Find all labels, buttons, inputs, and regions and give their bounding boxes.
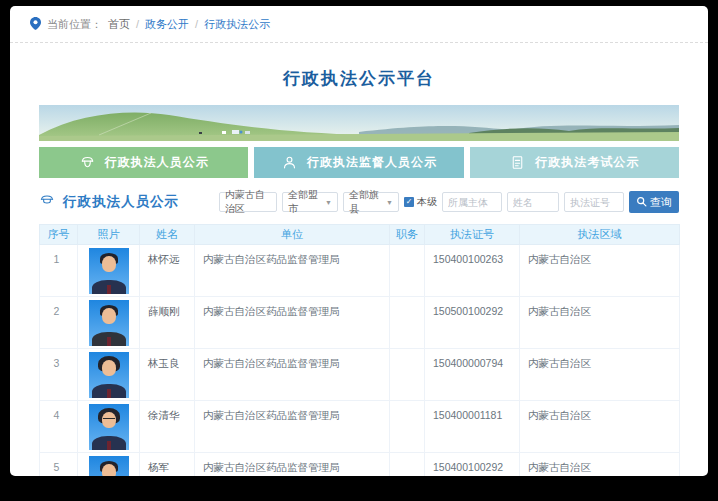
person-name: 林怀远 — [140, 245, 195, 297]
photo-face — [102, 256, 116, 272]
table-row[interactable]: 3 林玉良 内蒙古自治区药品监督管理局 150400000794 内蒙古自治区 — [40, 349, 680, 401]
cert-no-input[interactable] — [564, 192, 624, 212]
tab-label: 行政执法人员公示 — [105, 154, 209, 171]
tab-enforcement-personnel[interactable]: 行政执法人员公示 — [39, 147, 248, 178]
row-number: 2 — [40, 297, 78, 349]
checkbox-checked-icon[interactable]: ✓ — [404, 197, 414, 207]
current-level-checkbox[interactable]: ✓ 本级 — [404, 195, 437, 209]
person-unit: 内蒙古自治区药品监督管理局 — [195, 297, 390, 349]
photo-cell — [78, 401, 140, 453]
column-header: 序号 — [40, 225, 78, 245]
person-cert-no: 150500100292 — [425, 297, 520, 349]
exam-paper-icon — [509, 154, 526, 171]
search-icon — [636, 196, 647, 209]
chevron-down-icon: ▼ — [325, 199, 332, 206]
person-unit: 内蒙古自治区药品监督管理局 — [195, 453, 390, 477]
table-row[interactable]: 1 林怀远 内蒙古自治区药品监督管理局 150400100263 内蒙古自治区 — [40, 245, 680, 297]
tab-label: 行政执法考试公示 — [535, 154, 639, 171]
banner-image — [39, 105, 679, 141]
section-title: 行政执法人员公示 — [63, 193, 179, 211]
breadcrumb-current[interactable]: 行政执法公示 — [204, 17, 270, 32]
person-name: 薛顺刚 — [140, 297, 195, 349]
table-body: 1 林怀远 内蒙古自治区药品监督管理局 150400100263 内蒙古自治区 … — [40, 245, 680, 477]
search-button[interactable]: 查询 — [629, 191, 679, 213]
breadcrumb-label: 当前位置： — [47, 17, 102, 32]
breadcrumb-gov-affairs[interactable]: 政务公开 — [145, 17, 189, 32]
officer-icon — [79, 154, 96, 171]
person-cert-no: 150400001181 — [425, 401, 520, 453]
person-area: 内蒙古自治区 — [520, 297, 680, 349]
current-level-label: 本级 — [417, 195, 437, 209]
table-row[interactable]: 5 杨军 内蒙古自治区药品监督管理局 150400100292 内蒙古自治区 — [40, 453, 680, 477]
column-header: 单位 — [195, 225, 390, 245]
person-photo — [89, 300, 129, 346]
page-card: 当前位置： 首页 / 政务公开 / 行政执法公示 行政执法公示平台 — [10, 6, 708, 476]
county-select-value: 全部旗县 — [349, 188, 386, 216]
person-area: 内蒙古自治区 — [520, 401, 680, 453]
page-title: 行政执法公示平台 — [10, 67, 708, 90]
city-select-value: 全部盟市 — [288, 188, 325, 216]
photo-cell — [78, 245, 140, 297]
personnel-table: 序号照片姓名单位职务执法证号执法区域 1 林怀远 内蒙古自治区药品监督管理局 1… — [39, 224, 679, 476]
table-row[interactable]: 4 徐清华 内蒙古自治区药品监督管理局 150400001181 内蒙古自治区 — [40, 401, 680, 453]
column-header: 职务 — [390, 225, 425, 245]
location-pin-icon — [30, 17, 41, 32]
filter-bar: 内蒙古自治区 全部盟市 ▼ 全部旗县 ▼ ✓ 本级 — [219, 191, 679, 213]
breadcrumb: 当前位置： 首页 / 政务公开 / 行政执法公示 — [10, 6, 708, 42]
photo-face — [102, 308, 116, 324]
person-area: 内蒙古自治区 — [520, 349, 680, 401]
table-row[interactable]: 2 薛顺刚 内蒙古自治区药品监督管理局 150500100292 内蒙古自治区 — [40, 297, 680, 349]
breadcrumb-separator: / — [195, 18, 198, 30]
photo-face — [102, 360, 116, 376]
person-photo — [89, 456, 129, 476]
name-input[interactable] — [507, 192, 559, 212]
photo-cell — [78, 297, 140, 349]
photo-tie — [107, 285, 111, 294]
row-number: 3 — [40, 349, 78, 401]
row-number: 4 — [40, 401, 78, 453]
breadcrumb-home[interactable]: 首页 — [108, 17, 130, 32]
photo-cell — [78, 453, 140, 477]
person-cert-no: 150400000794 — [425, 349, 520, 401]
city-select[interactable]: 全部盟市 ▼ — [282, 192, 338, 212]
chevron-down-icon: ▼ — [386, 199, 393, 206]
search-button-label: 查询 — [650, 195, 672, 210]
subject-input[interactable] — [442, 192, 502, 212]
row-number: 5 — [40, 453, 78, 477]
photo-glasses — [103, 418, 115, 421]
photo-cell — [78, 349, 140, 401]
officer-cap-icon — [39, 192, 55, 212]
person-unit: 内蒙古自治区药品监督管理局 — [195, 401, 390, 453]
person-position — [390, 245, 425, 297]
section-header: 行政执法人员公示 内蒙古自治区 全部盟市 ▼ 全部旗县 ▼ ✓ 本级 — [39, 190, 679, 214]
photo-tie — [107, 337, 111, 346]
row-number: 1 — [40, 245, 78, 297]
person-cert-no: 150400100263 — [425, 245, 520, 297]
person-unit: 内蒙古自治区药品监督管理局 — [195, 349, 390, 401]
county-select[interactable]: 全部旗县 ▼ — [343, 192, 399, 212]
column-header: 执法证号 — [425, 225, 520, 245]
tab-supervision-personnel[interactable]: 行政执法监督人员公示 — [254, 147, 463, 178]
photo-tie — [107, 441, 111, 450]
column-header: 姓名 — [140, 225, 195, 245]
breadcrumb-divider — [10, 42, 708, 43]
person-name: 徐清华 — [140, 401, 195, 453]
tab-exam-publicity[interactable]: 行政执法考试公示 — [470, 147, 679, 178]
person-position — [390, 349, 425, 401]
table-header-row: 序号照片姓名单位职务执法证号执法区域 — [40, 225, 680, 245]
person-photo — [89, 248, 129, 294]
person-cert-no: 150400100292 — [425, 453, 520, 477]
person-name: 杨军 — [140, 453, 195, 477]
person-area: 内蒙古自治区 — [520, 245, 680, 297]
person-photo — [89, 404, 129, 450]
person-position — [390, 453, 425, 477]
person-area: 内蒙古自治区 — [520, 453, 680, 477]
region-field[interactable]: 内蒙古自治区 — [219, 192, 277, 212]
tab-bar: 行政执法人员公示 行政执法监督人员公示 行政执法考试公示 — [39, 147, 679, 178]
person-position — [390, 297, 425, 349]
person-name: 林玉良 — [140, 349, 195, 401]
column-header: 执法区域 — [520, 225, 680, 245]
photo-face — [102, 464, 116, 476]
person-unit: 内蒙古自治区药品监督管理局 — [195, 245, 390, 297]
column-header: 照片 — [78, 225, 140, 245]
